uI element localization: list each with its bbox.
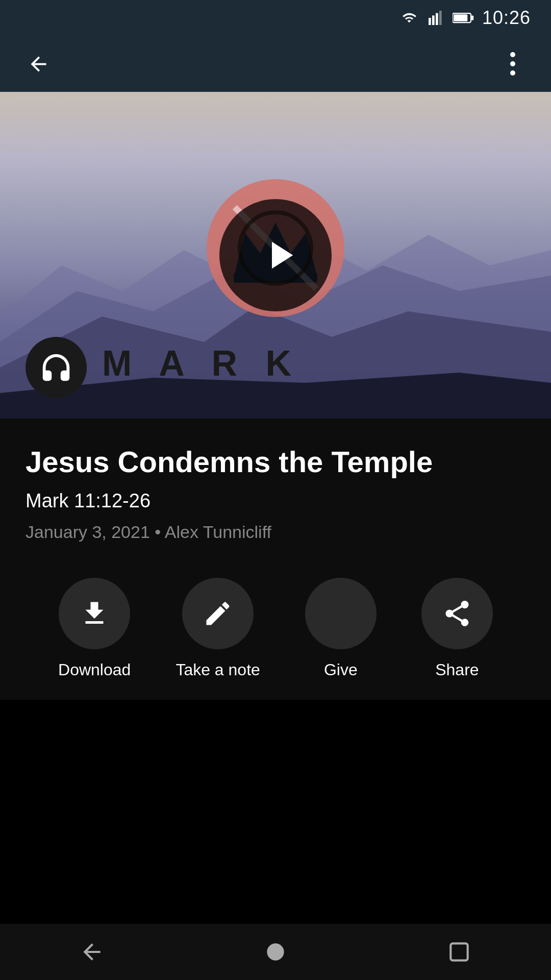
note-icon	[203, 598, 233, 629]
headphones-logo	[26, 337, 87, 398]
svg-rect-6	[454, 14, 467, 21]
play-button[interactable]	[219, 199, 332, 311]
wifi-icon	[399, 11, 419, 25]
download-button[interactable]	[59, 578, 130, 649]
bottom-nav-bar	[0, 924, 551, 980]
artwork-container: M A R K	[0, 92, 551, 419]
content-area: Jesus Condemns the Temple Mark 11:12-26 …	[0, 419, 551, 700]
share-label: Share	[435, 660, 479, 679]
note-button[interactable]	[182, 578, 254, 649]
signal-icon	[427, 11, 444, 25]
note-label: Take a note	[176, 660, 260, 679]
note-action[interactable]: Take a note	[176, 578, 260, 679]
back-button[interactable]	[20, 46, 56, 82]
status-icons: 10:26	[399, 7, 531, 29]
share-icon	[442, 598, 472, 629]
nav-back-button[interactable]	[71, 932, 112, 972]
three-dots-icon	[510, 52, 515, 76]
nav-recent-button[interactable]	[439, 932, 480, 972]
svg-rect-2	[436, 13, 438, 25]
svg-rect-5	[471, 16, 474, 20]
top-bar	[0, 36, 551, 92]
more-options-button[interactable]	[495, 46, 531, 82]
nav-home-button[interactable]	[255, 932, 296, 972]
give-label: Give	[324, 660, 358, 679]
series-name-text: M A R K	[102, 343, 300, 384]
actions-row: Download Take a note Give	[26, 578, 525, 679]
download-label: Download	[58, 660, 131, 679]
svg-rect-0	[429, 18, 431, 25]
battery-icon	[453, 11, 474, 25]
svg-rect-3	[439, 11, 442, 25]
share-action[interactable]: Share	[421, 578, 493, 679]
sermon-title: Jesus Condemns the Temple	[26, 444, 525, 480]
give-action[interactable]: Give	[305, 578, 377, 679]
download-icon	[79, 598, 110, 629]
scripture-reference: Mark 11:12-26	[26, 490, 525, 512]
status-time: 10:26	[482, 7, 531, 29]
svg-rect-17	[450, 943, 467, 960]
download-action[interactable]: Download	[58, 578, 131, 679]
svg-rect-1	[432, 15, 435, 25]
share-button[interactable]	[421, 578, 493, 649]
svg-point-16	[267, 943, 284, 960]
sermon-meta: January 3, 2021 • Alex Tunnicliff	[26, 522, 525, 542]
status-bar: 10:26	[0, 0, 551, 36]
